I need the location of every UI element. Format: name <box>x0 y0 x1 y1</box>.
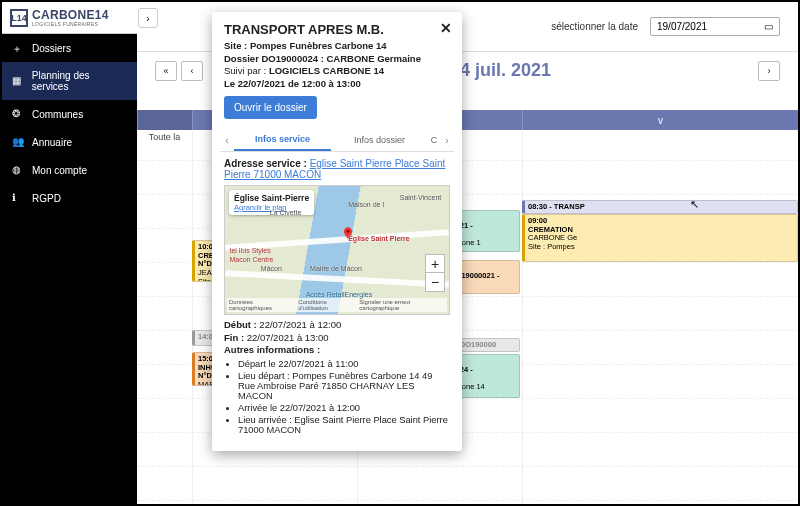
zoom-out-button[interactable]: − <box>426 273 444 291</box>
calendar-event[interactable]: 09:00CREMATIONCARBONE GeSite : Pompes <box>522 214 798 262</box>
map-poi-label: Mairie de Mâcon <box>310 265 362 272</box>
info-bullet: Lieu départ : Pompes Funèbres Carbone 14… <box>238 371 450 401</box>
sidebar-item-label: Mon compte <box>32 165 87 176</box>
day-header-2[interactable]: v <box>522 110 798 130</box>
date-input-value: 19/07/2021 <box>657 21 707 32</box>
sidebar-item-0[interactable]: ＋Dossiers <box>2 34 137 62</box>
brand-logo: L14 CARBONE14 LOGICIELS FUNÉRAIRES <box>2 2 137 34</box>
sidebar-item-3[interactable]: 👥Annuaire <box>2 128 137 156</box>
modal-tabs: ‹ Infos service Infos dossier C › <box>220 129 454 152</box>
calendar-icon: ▭ <box>764 21 773 32</box>
autres-label: Autres informations : <box>224 344 320 355</box>
modal-title: TRANSPORT APRES M.B. <box>224 22 450 37</box>
map-poi-label: La Civette <box>270 209 302 216</box>
map-zoom-controls: + − <box>425 254 445 292</box>
calendar-header-first <box>137 110 192 130</box>
date-picker-label: sélectionner la date <box>551 21 638 32</box>
user-circle-icon: ◍ <box>12 164 24 176</box>
map-attribution: Données cartographiques Conditions d'uti… <box>227 298 447 312</box>
logo-mark: L14 <box>10 9 28 27</box>
nav-list: ＋Dossiers▦Planning des services❂Communes… <box>2 34 137 212</box>
sidebar-item-label: Dossiers <box>32 43 71 54</box>
sidebar-item-label: Communes <box>32 109 83 120</box>
modal-when: Le 22/07/2021 de 12:00 à 13:00 <box>224 78 450 89</box>
brand-name: CARBONE14 <box>32 8 109 22</box>
map-poi-label: tel Ibis Styles <box>229 247 270 254</box>
nav-prev-button[interactable]: ‹ <box>181 61 203 81</box>
fin-value: 22/07/2021 à 13:00 <box>247 332 329 343</box>
plus-icon: ＋ <box>12 42 24 54</box>
sidebar-item-2[interactable]: ❂Communes <box>2 100 137 128</box>
map-poi-label: Église Saint Pierre <box>348 235 409 242</box>
sidebar-item-4[interactable]: ◍Mon compte <box>2 156 137 184</box>
tab-more[interactable]: C <box>428 130 440 150</box>
svg-point-0 <box>347 230 350 233</box>
sidebar-item-label: Annuaire <box>32 137 72 148</box>
info-bullet: Départ le 22/07/2021 à 11:00 <box>238 359 450 369</box>
nav-next-button[interactable]: › <box>758 61 780 81</box>
sidebar-item-5[interactable]: ℹRGPD <box>2 184 137 212</box>
tab-infos-dossier[interactable]: Infos dossier <box>331 130 428 150</box>
map-poi-label: Mâcon <box>261 265 282 272</box>
map-bubble-title: Église Saint-Pierre <box>234 193 309 203</box>
fin-label: Fin : <box>224 332 247 343</box>
date-input[interactable]: 19/07/2021 ▭ <box>650 17 780 36</box>
info-block: Début : 22/07/2021 à 12:00 Fin : 22/07/2… <box>224 319 450 435</box>
group-icon: 👥 <box>12 136 24 148</box>
service-detail-modal: ✕ TRANSPORT APRES M.B. Site : Pompes Fun… <box>212 12 462 451</box>
info-bullet: Arrivée le 22/07/2021 à 12:00 <box>238 403 450 413</box>
map-poi-label: Maison de l <box>348 201 384 208</box>
day-column-2 <box>522 130 798 504</box>
info-bullet-list: Départ le 22/07/2021 à 11:00Lieu départ … <box>238 359 450 435</box>
sidebar-item-1[interactable]: ▦Planning des services <box>2 62 137 100</box>
nav-first-button[interactable]: « <box>155 61 177 81</box>
modal-suivi: Suivi par : LOGICIELS CARBONE 14 <box>224 65 450 76</box>
sidebar-collapse-button[interactable]: › <box>138 8 158 28</box>
close-icon[interactable]: ✕ <box>440 20 452 36</box>
sidebar-item-label: RGPD <box>32 193 61 204</box>
map[interactable]: Église Saint-Pierre Agrandir le plan + −… <box>224 185 450 315</box>
tab-infos-service[interactable]: Infos service <box>234 129 331 151</box>
calendar-event[interactable]: 08:30 - TRANSP <box>522 200 798 214</box>
map-attr-1[interactable]: Conditions d'utilisation <box>298 299 353 311</box>
map-poi-label: Accès RetailEnergies <box>306 291 373 298</box>
sidebar: L14 CARBONE14 LOGICIELS FUNÉRAIRES ＋Doss… <box>2 2 137 504</box>
open-dossier-button[interactable]: Ouvrir le dossier <box>224 96 317 119</box>
debut-value: 22/07/2021 à 12:00 <box>259 319 341 330</box>
address-label: Adresse service : <box>224 158 310 169</box>
modal-site: Site : Pompes Funèbres Carbone 14 <box>224 40 450 51</box>
event-time: 08:30 - TRANSP <box>528 203 794 212</box>
tabs-prev-icon[interactable]: ‹ <box>220 135 234 146</box>
map-attr-0[interactable]: Données cartographiques <box>229 299 292 311</box>
map-poi-label: Macon Centre <box>229 256 273 263</box>
all-day-label: Toute la <box>137 132 192 142</box>
map-poi-label: Saint-Vincent <box>400 194 442 201</box>
debut-label: Début : <box>224 319 259 330</box>
globe-icon: ❂ <box>12 108 24 120</box>
zoom-in-button[interactable]: + <box>426 255 444 273</box>
sidebar-item-label: Planning des services <box>32 70 127 92</box>
modal-dossier: Dossier DO19000024 : CARBONE Germaine <box>224 53 450 64</box>
address-block: Adresse service : Eglise Saint Pierre Pl… <box>224 158 450 180</box>
map-attr-2[interactable]: Signaler une erreur cartographique <box>359 299 445 311</box>
info-bullet: Lieu arrivée : Eglise Saint Pierre Place… <box>238 415 450 435</box>
calendar-icon: ▦ <box>12 75 24 87</box>
tabs-next-icon[interactable]: › <box>440 135 454 146</box>
brand-tagline: LOGICIELS FUNÉRAIRES <box>32 21 109 27</box>
event-site: Site : Pompes <box>528 243 794 252</box>
info-icon: ℹ <box>12 192 24 204</box>
